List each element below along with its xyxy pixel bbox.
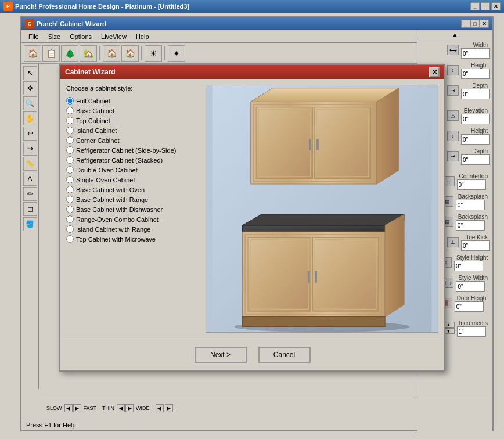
style-height-label: Style Height: [454, 253, 490, 261]
toolbar-btn-6[interactable]: 🏠: [121, 45, 139, 62]
countertop-input[interactable]: [457, 179, 486, 190]
countertop-label: Countertop: [457, 172, 490, 179]
left-btn-fill[interactable]: 🪣: [23, 217, 37, 231]
left-btn-arrow[interactable]: ↖: [23, 66, 37, 80]
depth-icon-2: ⇥: [447, 151, 459, 161]
toolbar-btn-1[interactable]: 🏠: [24, 45, 41, 62]
backsplash-input-2[interactable]: [456, 220, 485, 231]
option-base-cabinet[interactable]: Base Cabinet: [66, 106, 200, 115]
height-label-2: Height: [461, 127, 490, 134]
nav-left-btn[interactable]: ◀: [156, 404, 164, 412]
option-island-with-range[interactable]: Island Cabinet with Range: [66, 225, 200, 233]
left-btn-rotate[interactable]: ↩: [23, 127, 37, 141]
option-range-oven-combo[interactable]: Range-Oven Combo Cabinet: [66, 215, 200, 224]
toolbar-btn-star[interactable]: ✦: [168, 45, 185, 62]
left-btn-shape[interactable]: ◻: [23, 202, 37, 216]
wide-btn[interactable]: ▶: [125, 404, 134, 412]
height-input-1[interactable]: [461, 69, 490, 79]
width-row: ⟷ Width: [417, 39, 492, 60]
toolbar-btn-3[interactable]: 🌲: [61, 45, 78, 62]
label-base-with-range: Base Cabinet with Range: [76, 196, 148, 203]
toolbar-btn-4[interactable]: 🏡: [80, 45, 97, 62]
thin-btn[interactable]: ◀: [117, 404, 125, 412]
toekick-input[interactable]: [461, 240, 490, 251]
speed-left-btn[interactable]: ◀: [64, 404, 73, 412]
close-button[interactable]: ✕: [491, 2, 501, 10]
wizard-maximize-btn[interactable]: □: [470, 20, 480, 28]
menu-file[interactable]: File: [24, 32, 44, 41]
wizard-minimize-btn[interactable]: _: [461, 20, 470, 28]
left-btn-rotate2[interactable]: ↪: [23, 142, 37, 156]
option-full-cabinet[interactable]: Full Cabinet: [66, 96, 200, 105]
option-single-oven[interactable]: Single-Oven Cabinet: [66, 175, 200, 184]
menu-liveview[interactable]: LiveView: [96, 32, 131, 41]
left-btn-zoom[interactable]: 🔍: [23, 96, 37, 110]
radio-base-with-oven[interactable]: [66, 186, 74, 193]
menu-options[interactable]: Options: [65, 32, 96, 41]
toolbar-btn-2[interactable]: 📋: [42, 45, 60, 62]
left-btn-pan[interactable]: ✋: [23, 111, 37, 125]
dialog-close-btn[interactable]: ✕: [429, 67, 440, 77]
radio-refrigerator-side[interactable]: [66, 146, 74, 154]
radio-top-cabinet[interactable]: [66, 117, 74, 124]
increments-input[interactable]: [457, 326, 486, 337]
right-scroll-up[interactable]: ▲: [417, 30, 492, 39]
option-top-with-microwave[interactable]: Top Cabinet with Microwave: [66, 235, 200, 243]
toekick-icon: ⊥: [447, 237, 459, 247]
option-base-with-dishwasher[interactable]: Base Cabinet with Dishwasher: [66, 205, 200, 214]
radio-island-cabinet[interactable]: [66, 127, 74, 134]
titlebar-buttons[interactable]: _ □ ✕: [470, 2, 501, 10]
left-btn-draw[interactable]: ✏: [23, 187, 37, 201]
increments-label: Increments: [457, 319, 490, 326]
left-btn-move[interactable]: ✥: [23, 81, 37, 95]
backsplash-label-1: Backsplash: [456, 192, 490, 200]
style-height-input[interactable]: [454, 261, 483, 271]
option-top-cabinet[interactable]: Top Cabinet: [66, 116, 200, 125]
height-label-1: Height: [461, 61, 490, 69]
radio-island-with-range[interactable]: [66, 225, 74, 233]
label-range-oven-combo: Range-Oven Combo Cabinet: [76, 216, 159, 223]
radio-base-with-dishwasher[interactable]: [66, 206, 74, 213]
maximize-button[interactable]: □: [481, 2, 490, 10]
left-btn-measure[interactable]: 📏: [23, 157, 37, 171]
depth-input-1[interactable]: [461, 89, 490, 99]
menu-size[interactable]: Size: [44, 32, 65, 41]
minimize-button[interactable]: _: [470, 2, 480, 10]
speed-right-btn[interactable]: ▶: [73, 404, 81, 412]
radio-range-oven-combo[interactable]: [66, 215, 74, 223]
depth-input-2[interactable]: [461, 154, 490, 165]
option-refrigerator-stacked[interactable]: Refrigerator Cabinet (Stacked): [66, 156, 200, 164]
svg-marker-4: [377, 88, 399, 184]
height-input-2[interactable]: [461, 134, 490, 145]
height-icon-2: ↕: [447, 131, 459, 141]
slow-label: SLOW: [46, 405, 62, 411]
option-island-cabinet[interactable]: Island Cabinet: [66, 126, 200, 135]
toolbar-btn-7[interactable]: ☀: [145, 45, 162, 62]
radio-refrigerator-stacked[interactable]: [66, 156, 74, 164]
option-base-with-oven[interactable]: Base Cabinet with Oven: [66, 185, 200, 194]
radio-corner-cabinet[interactable]: [66, 136, 74, 144]
option-double-oven[interactable]: Double-Oven Cabinet: [66, 165, 200, 174]
cancel-button[interactable]: Cancel: [258, 347, 311, 363]
wizard-close-btn[interactable]: ✕: [480, 20, 489, 28]
radio-base-cabinet[interactable]: [66, 107, 74, 114]
elevation-icon: △: [447, 110, 459, 121]
radio-top-with-microwave[interactable]: [66, 235, 74, 243]
width-input[interactable]: [461, 48, 490, 59]
option-base-with-range[interactable]: Base Cabinet with Range: [66, 195, 200, 204]
menu-help[interactable]: Help: [131, 32, 154, 41]
radio-single-oven[interactable]: [66, 176, 74, 183]
radio-double-oven[interactable]: [66, 166, 74, 174]
elevation-input[interactable]: [461, 114, 490, 124]
toolbar-btn-5[interactable]: 🏠: [103, 45, 120, 62]
style-width-input[interactable]: [456, 281, 485, 292]
radio-base-with-range[interactable]: [66, 196, 74, 203]
radio-full-cabinet[interactable]: [66, 97, 74, 105]
next-button[interactable]: Next >: [195, 347, 247, 363]
left-btn-text[interactable]: A: [23, 172, 37, 186]
option-refrigerator-side[interactable]: Refrigerator Cabinet (Side-by-Side): [66, 146, 200, 154]
nav-right-btn[interactable]: ▶: [165, 404, 173, 412]
door-height-input[interactable]: [455, 301, 484, 312]
backsplash-input-1[interactable]: [456, 200, 485, 210]
option-corner-cabinet[interactable]: Corner Cabinet: [66, 136, 200, 145]
